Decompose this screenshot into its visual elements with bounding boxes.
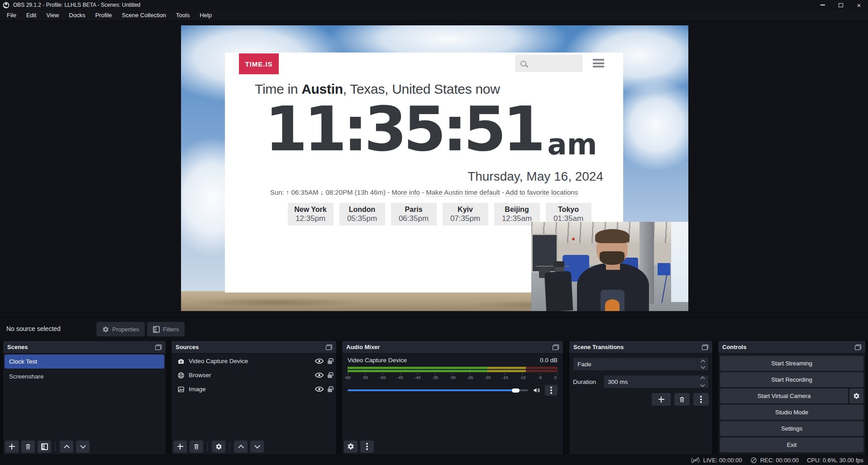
move-source-down-button[interactable] [250,441,264,453]
chevron-up-icon [701,360,706,364]
timeis-sun-info: Sun: ↑ 06:35AM ↓ 08:20PM (13h 46m) - Mor… [225,188,623,196]
scene-transitions-panel: Scene Transitions Fade Duration 300 ms [569,340,713,455]
mixer-menu-button[interactable] [360,441,374,453]
filters-button[interactable]: Filters [147,322,185,336]
title-bar[interactable]: OBS 29.1.2 - Profile: LLHLS BETA - Scene… [0,0,868,10]
clock-digits: 11:35:51 [265,98,542,161]
visibility-eye-icon[interactable] [315,372,324,378]
transitions-header[interactable]: Scene Transitions [569,341,712,354]
add-transition-button[interactable] [652,393,671,406]
meter-bar [348,367,558,369]
source-properties-button[interactable] [212,441,225,453]
lock-icon[interactable] [328,388,332,392]
scene-filters-button[interactable] [38,441,51,453]
add-source-button[interactable] [173,441,187,453]
status-bar: LIVE: 00:00:00 REC: 00:00:00 CPU: 0.6%, … [0,455,868,465]
scenes-title: Scenes [7,344,28,350]
start-recording-button[interactable]: Start Recording [720,372,863,387]
close-icon: × [857,2,861,9]
sources-title: Sources [176,344,199,350]
duration-value: 300 ms [608,379,628,385]
city-card: Kyiv07:35pm [443,203,488,225]
dropdown-chevrons [697,358,708,370]
gears-icon [347,443,354,450]
meter-tick-labels: -60 -55 -50 -45 -40 -35 -30 -25 -20 -15 … [348,375,558,381]
source-toolbar: No source selected Properties Filters [0,317,868,340]
scene-item-clock-test[interactable]: Clock Test [5,355,164,369]
transition-select[interactable]: Fade [573,357,709,371]
visibility-eye-icon[interactable] [315,358,324,364]
chevron-down-icon [701,383,705,387]
chevron-up-icon [701,377,705,381]
audio-mixer-panel: Audio Mixer Video Capture Device 0.0 dB … [342,340,563,455]
minimize-button[interactable] [814,0,832,10]
mixer-options-button[interactable] [545,385,558,396]
menu-file[interactable]: File [2,10,21,21]
sources-panel-header[interactable]: Sources [172,341,336,354]
speaker-icon[interactable] [532,387,541,394]
menu-docks[interactable]: Docks [64,10,90,21]
move-scene-up-button[interactable] [60,441,73,453]
move-source-up-button[interactable] [234,441,248,453]
menu-profile[interactable]: Profile [90,10,117,21]
source-item-image[interactable]: Image [172,383,336,396]
popout-icon [326,345,332,350]
hamburger-menu-icon [593,59,604,69]
mixer-db-value: 0.0 dB [540,357,558,364]
maximize-button[interactable] [832,0,850,10]
lock-icon[interactable] [328,360,332,364]
source-label: Browser [189,372,311,379]
close-button[interactable]: × [850,0,868,10]
remove-source-button[interactable] [190,441,203,453]
maximize-icon [839,3,843,7]
start-streaming-button[interactable]: Start Streaming [720,356,863,371]
popout-icon [553,345,559,350]
menu-view[interactable]: View [41,10,64,21]
move-scene-down-button[interactable] [76,441,90,453]
settings-button[interactable]: Settings [720,421,863,436]
transition-selected-value: Fade [573,361,697,368]
plus-icon [9,444,15,450]
webcam-bag [553,261,564,268]
spin-chevrons[interactable] [701,376,704,388]
exit-button[interactable]: Exit [720,437,863,452]
duration-spinbox[interactable]: 300 ms [603,375,709,388]
gear-icon [215,443,222,450]
make-default-link: Make Austin time default [426,188,500,197]
plus-icon [177,444,183,450]
audio-mixer-header[interactable]: Audio Mixer [342,341,563,354]
scenes-panel-header[interactable]: Scenes [3,341,166,354]
menu-scene-collection[interactable]: Scene Collection [117,10,171,21]
menu-tools[interactable]: Tools [171,10,195,21]
scene-item-screenshare[interactable]: Screenshare [5,369,164,384]
visibility-eye-icon[interactable] [315,386,324,392]
advanced-audio-button[interactable] [344,441,358,453]
source-item-browser[interactable]: Browser [172,369,336,382]
popout-icon [702,345,708,350]
volume-slider-track [348,389,528,391]
remove-scene-button[interactable] [21,441,35,453]
properties-button[interactable]: Properties [96,322,145,336]
controls-header[interactable]: Controls [718,341,865,354]
menu-edit[interactable]: Edit [21,10,41,21]
transition-properties-button[interactable] [693,393,709,406]
menu-bar: File Edit View Docks Profile Scene Colle… [0,10,868,21]
lock-icon[interactable] [328,374,332,378]
chevron-down-icon [80,443,86,449]
virtual-camera-settings-button[interactable] [849,388,863,403]
webcam-overlay[interactable] [531,222,688,311]
rec-timer: REC: 00:00:00 [760,457,799,464]
source-item-video-capture[interactable]: Video Capture Device [172,355,336,368]
program-preview-canvas[interactable]: TIME.IS Time in Austin, Texas, United St… [181,25,688,311]
menu-help[interactable]: Help [195,10,217,21]
start-virtual-camera-button[interactable]: Start Virtual Camera [720,388,848,403]
person-hair [595,229,630,244]
studio-mode-button[interactable]: Studio Mode [720,405,863,420]
remove-transition-button[interactable] [674,393,690,406]
volume-slider-handle[interactable] [512,388,520,393]
volume-slider[interactable] [348,387,528,393]
rec-status: REC: 00:00:00 [750,457,799,464]
add-scene-button[interactable] [5,441,19,453]
trash-icon [193,443,200,450]
vertical-dots-icon [550,389,552,391]
